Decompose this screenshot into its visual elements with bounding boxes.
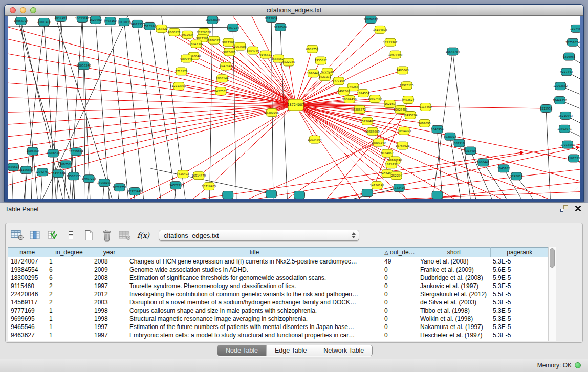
graph-edge[interactable]: [8, 67, 296, 105]
graph-node[interactable]: 19654923: [397, 127, 411, 135]
graph-node[interactable]: 16154808: [373, 26, 387, 33]
table-cell[interactable]: 5.6E-5: [490, 266, 548, 274]
graph-node[interactable]: 1686441: [477, 159, 489, 166]
graph-node[interactable]: 8860128: [168, 28, 181, 36]
table-cell[interactable]: 18300295: [8, 274, 47, 282]
graph-edge[interactable]: [280, 27, 288, 199]
import-table-button[interactable]: [118, 229, 132, 242]
graph-node[interactable]: 17359924: [69, 148, 83, 156]
graph-node[interactable]: 1615132: [385, 161, 397, 168]
graph-node[interactable]: 8938923: [444, 133, 456, 140]
close-panel-icon[interactable]: [575, 206, 581, 211]
table-cell[interactable]: 1997: [92, 331, 127, 339]
graph-node[interactable]: 14136141: [370, 182, 384, 189]
graph-edge[interactable]: [8, 26, 233, 28]
table-cell[interactable]: 9777169: [8, 307, 47, 315]
graph-edge[interactable]: [8, 97, 296, 105]
graph-node[interactable]: 16543392: [189, 40, 203, 48]
graph-node[interactable]: 10688609: [365, 127, 380, 135]
table-cell[interactable]: 0: [382, 274, 418, 282]
graph-node[interactable]: 16782759: [113, 184, 127, 191]
table-cell[interactable]: Embryonic stem cells: a model to study s…: [127, 331, 382, 339]
table-cell[interactable]: 5.3E-5: [490, 282, 548, 290]
graph-node[interactable]: 1621072: [319, 73, 331, 81]
graph-edge[interactable]: [31, 151, 33, 199]
graph-node[interactable]: 9777169: [333, 77, 345, 85]
graph-node[interactable]: 8854749: [247, 47, 259, 54]
graph-edge[interactable]: [296, 105, 377, 185]
table-cell[interactable]: 5.3E-5: [490, 331, 548, 339]
show-columns-button[interactable]: [29, 229, 42, 242]
graph-edge[interactable]: [294, 147, 580, 199]
graph-node[interactable]: [432, 191, 443, 199]
graph-node[interactable]: 1107533: [568, 155, 580, 162]
table-cell[interactable]: Estimation of significance thresholds fo…: [127, 274, 382, 282]
graph-edge[interactable]: [138, 24, 162, 199]
table-cell[interactable]: 0: [382, 323, 418, 331]
graph-node[interactable]: 7485063: [396, 67, 409, 74]
table-cell[interactable]: 0: [382, 266, 418, 274]
table-row[interactable]: 1830029562008Estimation of significance …: [8, 274, 548, 282]
graph-node[interactable]: 8427552: [214, 87, 227, 95]
graph-node[interactable]: 20206576: [46, 149, 60, 157]
graph-node[interactable]: 20364456: [342, 96, 357, 103]
graph-node[interactable]: 15720407: [360, 117, 375, 125]
graph-node[interactable]: 13716485: [202, 183, 216, 190]
table-cell[interactable]: Disruption of a novel member of a sodium…: [127, 298, 382, 307]
table-cell[interactable]: 5.9E-5: [490, 274, 548, 282]
table-select-dropdown[interactable]: citations_edges.txt: [159, 230, 359, 241]
table-cell[interactable]: 19384554: [8, 266, 47, 274]
graph-node[interactable]: 9875685: [223, 48, 235, 56]
graph-node[interactable]: 9184067: [381, 149, 394, 157]
graph-node[interactable]: 1640954: [431, 125, 444, 133]
graph-edge[interactable]: [96, 20, 110, 199]
table-row[interactable]: 946554611997Estimation of the future num…: [8, 323, 548, 331]
graph-node[interactable]: 16648784: [445, 48, 460, 55]
table-cell[interactable]: 0: [382, 298, 418, 307]
table-row[interactable]: 2242004622012Investigating the contribut…: [8, 290, 548, 298]
graph-node[interactable]: 10973493: [388, 51, 403, 58]
table-cell[interactable]: 9699695: [8, 315, 47, 323]
table-cell[interactable]: 49: [382, 257, 418, 266]
table-cell[interactable]: 6: [47, 274, 92, 282]
table-cell[interactable]: Jankovic et al. (1997): [418, 282, 490, 290]
graph-node[interactable]: 11451914: [51, 170, 66, 178]
graph-node[interactable]: 9466160: [104, 17, 117, 25]
graph-edge[interactable]: [8, 105, 296, 189]
column-header-name[interactable]: name: [8, 248, 47, 257]
create-column-button[interactable]: [82, 229, 96, 242]
graph-node[interactable]: 9318405: [464, 147, 476, 155]
graph-edge[interactable]: [199, 105, 296, 176]
graph-node[interactable]: 14671355: [130, 20, 145, 28]
table-cell[interactable]: Estimation of the future numbers of pati…: [127, 323, 382, 331]
table-cell[interactable]: 5.3E-5: [490, 315, 548, 323]
table-cell[interactable]: Genome-wide association studies in ADHD.: [127, 266, 382, 274]
graph-node[interactable]: 12942757: [35, 168, 50, 176]
graph-node[interactable]: 9097588: [60, 161, 73, 168]
graph-node[interactable]: 9329966: [563, 53, 576, 60]
table-row[interactable]: 1456911722003Disruption of a novel membe…: [8, 298, 548, 307]
graph-node[interactable]: 252254: [391, 172, 402, 180]
graph-node[interactable]: [266, 190, 277, 198]
graph-edge[interactable]: [8, 105, 296, 150]
graph-node[interactable]: 12213967: [383, 38, 398, 46]
table-cell[interactable]: Structural magnetic resonance image aver…: [127, 315, 382, 323]
table-cell[interactable]: Tibbo et al. (1998): [418, 307, 490, 315]
graph-node[interactable]: 1624554: [357, 90, 370, 97]
graph-node[interactable]: 1990448: [307, 70, 320, 77]
graph-node[interactable]: 18300295: [265, 108, 279, 116]
column-header-out_de[interactable]: △out_de…: [382, 248, 418, 257]
table-cell[interactable]: Nakamura et al. (1997): [418, 323, 490, 331]
table-mode-button[interactable]: [11, 229, 24, 242]
function-builder-icon[interactable]: f(x): [137, 231, 149, 239]
graph-node[interactable]: 17016504: [560, 141, 575, 148]
zoom-window-button[interactable]: [30, 7, 36, 13]
table-cell[interactable]: 5.3E-5: [490, 323, 548, 331]
row-height-button[interactable]: [64, 229, 78, 242]
minimize-window-button[interactable]: [20, 7, 26, 13]
graph-node[interactable]: 18495794: [403, 111, 418, 119]
graph-edge[interactable]: [8, 105, 296, 176]
graph-node[interactable]: [223, 191, 233, 199]
table-cell[interactable]: 2: [47, 298, 92, 307]
table-cell[interactable]: Stergiakouli et al. (2012): [418, 290, 490, 298]
